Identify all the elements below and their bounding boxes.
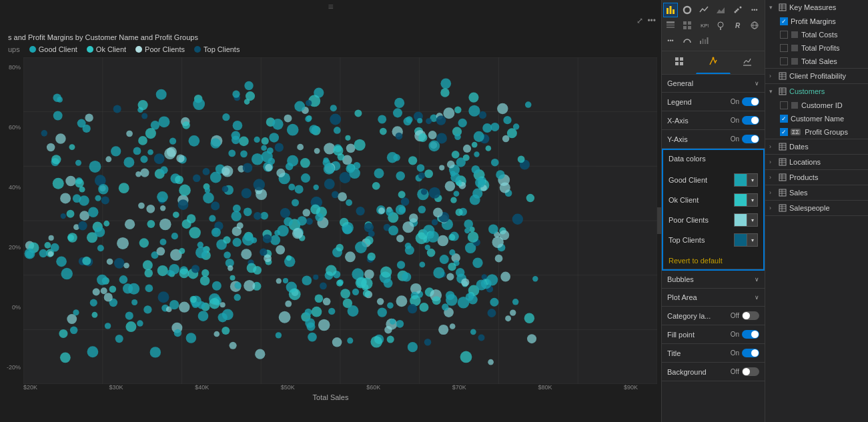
section-title: Title On [662, 344, 765, 363]
svg-rect-29 [680, 62, 683, 65]
viz-toolbar: ••• KPI R ••• [662, 0, 765, 51]
section-fill-point-header[interactable]: Fill point On [662, 325, 765, 343]
color-swatch-top-clients[interactable] [734, 233, 747, 247]
section-category-labels-header[interactable]: Category la... Off [662, 307, 765, 325]
field-group-client-profitability-header[interactable]: › Client Profitability [765, 69, 868, 83]
section-bubbles-header[interactable]: Bubbles ∨ [662, 271, 765, 288]
svg-rect-47 [791, 102, 798, 109]
section-fill-point-label: Fill point [667, 331, 695, 339]
category-labels-toggle-group: Off [731, 311, 759, 320]
chart-title: s and Profit Margins by Customer Name an… [0, 28, 661, 44]
x-axis-toggle[interactable] [742, 116, 759, 125]
section-category-labels-label: Category la... [667, 312, 711, 320]
field-item-customer-name[interactable]: ✓ Customer Name [765, 112, 868, 125]
field-group-locations-header[interactable]: › Locations [765, 155, 868, 169]
viz-btn-gauge[interactable] [680, 33, 695, 48]
field-item-total-sales[interactable]: Total Sales [765, 55, 868, 68]
x-tick-30k: $30K [109, 384, 123, 391]
y-tick-0: 0% [3, 304, 21, 311]
y-axis-toggle[interactable] [742, 135, 759, 143]
viz-btn-scatter[interactable] [731, 3, 745, 17]
field-group-sales-label: Sales [789, 189, 808, 197]
color-swatch-ok-client[interactable] [734, 193, 747, 207]
field-group-dates: › Dates [765, 139, 868, 155]
field-group-dates-header[interactable]: › Dates [765, 139, 868, 154]
chevron-client-profitability: › [769, 73, 776, 79]
field-group-salespeople-header[interactable]: › Salespeople [765, 201, 868, 215]
svg-rect-39 [779, 73, 786, 79]
section-general-arrow: ∨ [755, 80, 759, 87]
category-labels-toggle[interactable] [742, 311, 759, 320]
legend-label-ok-client: Ok Client [96, 45, 126, 53]
field-item-customer-id[interactable]: Customer ID [765, 99, 868, 112]
viz-btn-kpi[interactable]: KPI [697, 18, 711, 33]
field-item-profit-margins[interactable]: ✓ Profit Margins [765, 15, 868, 28]
viz-btn-waterfall[interactable] [697, 33, 711, 48]
expand-icon[interactable]: ⤢ [636, 16, 643, 25]
section-y-axis-header[interactable]: Y-Axis On [662, 130, 765, 148]
field-item-total-profits[interactable]: Total Profits [765, 41, 868, 55]
viz-btn-globe[interactable] [747, 18, 762, 33]
section-background-header[interactable]: Background Off [662, 363, 765, 381]
field-group-client-profitability: › Client Profitability [765, 69, 868, 84]
legend-toggle[interactable] [742, 97, 759, 106]
section-title-header[interactable]: Title On [662, 344, 765, 362]
color-swatch-good-client[interactable] [734, 173, 747, 187]
section-x-axis-header[interactable]: X-Axis On [662, 111, 765, 129]
color-dropdown-top-clients[interactable]: ▾ [747, 233, 758, 247]
color-picker-good-client: ▾ [734, 173, 758, 187]
fill-point-toggle[interactable] [742, 330, 759, 339]
title-toggle[interactable] [742, 349, 759, 357]
viz-btn-donut[interactable] [680, 3, 695, 17]
viz-btn-matrix[interactable] [680, 18, 695, 33]
section-legend: Legend On [662, 93, 765, 111]
color-dropdown-poor-clients[interactable]: ▾ [747, 213, 758, 227]
svg-rect-28 [675, 62, 679, 65]
tab-format[interactable] [696, 51, 730, 74]
section-general: General ∨ [662, 75, 765, 93]
color-swatch-poor-clients[interactable] [734, 213, 747, 227]
background-toggle-group: Off [731, 367, 759, 376]
x-axis-ticks: $20K $30K $40K $50K $60K $70K $80K $90K [0, 384, 661, 391]
field-item-profit-groups[interactable]: ✓ ΣΣ Profit Groups [765, 125, 868, 139]
legend-dot-poor-clients [135, 46, 142, 53]
svg-point-30 [712, 57, 714, 59]
y-tick-top: 80% [3, 64, 21, 71]
color-picker-ok-client: ▾ [734, 193, 758, 207]
field-group-products-header[interactable]: › Products [765, 170, 868, 185]
tab-fields[interactable] [662, 51, 696, 74]
color-dropdown-good-client[interactable]: ▾ [747, 173, 758, 187]
viz-btn-more[interactable]: ••• [747, 3, 762, 17]
field-icon-total-profits [791, 44, 799, 52]
field-item-total-costs[interactable]: Total Costs [765, 28, 868, 41]
viz-btn-dots-more[interactable]: ••• [663, 33, 678, 48]
background-toggle[interactable] [742, 367, 759, 376]
color-dropdown-ok-client[interactable]: ▾ [747, 193, 758, 207]
field-group-customers-header[interactable]: ▾ Customers [765, 84, 868, 99]
viz-btn-area[interactable] [713, 3, 728, 17]
viz-btn-bar[interactable] [663, 3, 678, 17]
revert-to-default[interactable]: Revert to default [663, 253, 763, 269]
color-label-top-clients: Top Clients [669, 236, 705, 244]
more-options-icon[interactable]: ••• [647, 16, 656, 25]
svg-marker-4 [717, 7, 725, 13]
field-group-key-measures-header[interactable]: ▾ Key Measures [765, 0, 868, 15]
tab-analytics[interactable] [731, 51, 765, 74]
section-data-colors-header[interactable]: Data colors [663, 150, 763, 167]
section-general-header[interactable]: General ∨ [662, 75, 765, 92]
viz-btn-line[interactable] [697, 3, 711, 17]
table-icon-products [779, 173, 787, 181]
color-label-poor-clients: Poor Clients [669, 216, 709, 224]
viz-btn-R[interactable]: R [731, 18, 745, 33]
section-plot-area-header[interactable]: Plot Area ∨ [662, 289, 765, 306]
legend-item-top-clients: Top Clients [194, 45, 240, 53]
y-axis-toggle-group: On [731, 135, 759, 143]
viz-btn-table[interactable] [663, 18, 678, 33]
viz-btn-map[interactable] [713, 18, 728, 33]
field-group-key-measures-label: Key Measures [789, 3, 836, 11]
field-group-sales-header[interactable]: › Sales [765, 185, 868, 200]
svg-rect-0 [667, 8, 669, 14]
color-row-top-clients: Top Clients ▾ [669, 230, 758, 250]
resize-handle[interactable] [657, 207, 661, 234]
section-legend-header[interactable]: Legend On [662, 93, 765, 111]
